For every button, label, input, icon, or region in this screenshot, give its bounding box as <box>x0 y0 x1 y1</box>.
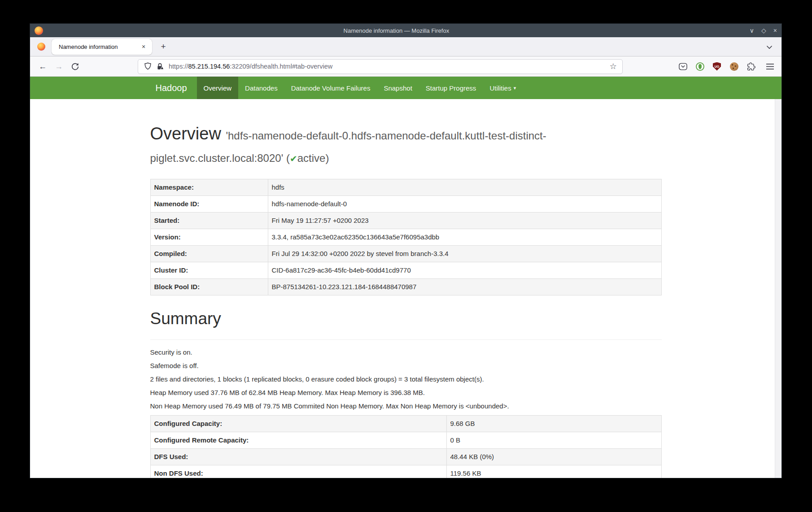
firefox-view-button[interactable] <box>35 40 48 53</box>
pocket-button[interactable] <box>677 60 689 73</box>
chevron-down-icon <box>766 45 773 49</box>
table-row: Configured Capacity:9.68 GB <box>150 416 661 432</box>
extension-green-button[interactable] <box>694 60 706 73</box>
row-value: hdfs <box>268 179 661 196</box>
row-label: Configured Remote Capacity: <box>150 432 446 449</box>
active-check-icon: ✔ <box>290 154 297 164</box>
row-value: Fri Jul 29 14:32:00 +0200 2022 by stevel… <box>268 246 661 262</box>
nav-tab-datanodes[interactable]: Datanodes <box>238 77 284 99</box>
row-value: CID-6a817c29-ac36-45fc-b4eb-60dd41cd9770 <box>268 262 661 279</box>
table-row: Block Pool ID:BP-875134261-10.223.121.18… <box>150 279 661 295</box>
new-tab-button[interactable]: + <box>157 40 170 53</box>
row-value: hdfs-namenode-default-0 <box>268 196 661 213</box>
ublock-shield-icon: UO <box>713 62 721 71</box>
url-bar[interactable]: https://85.215.194.56:32209/dfshealth.ht… <box>138 59 623 74</box>
nav-tab-overview[interactable]: Overview <box>197 77 239 99</box>
row-value: 0 B <box>446 432 661 449</box>
row-value: 3.3.4, ra585a73c3e02ac62350c136643a5e7f6… <box>268 229 661 246</box>
summary-line: Safemode is off. <box>150 361 662 370</box>
extensions-button[interactable] <box>745 60 757 73</box>
pocket-icon <box>679 63 687 70</box>
tab-strip: Namenode information × + <box>30 37 781 56</box>
row-label: DFS Used: <box>150 449 446 465</box>
nav-tab-snapshot[interactable]: Snapshot <box>377 77 419 99</box>
caret-down-icon: ▾ <box>514 85 516 91</box>
summary-text: Security is on. Safemode is off. 2 files… <box>150 348 662 411</box>
row-label: Block Pool ID: <box>150 279 268 295</box>
overview-title: Overview <box>150 124 221 143</box>
nav-dropdown-utilities[interactable]: Utilities ▾ <box>483 77 523 99</box>
row-value: 119.56 KB <box>446 465 661 478</box>
row-label: Namenode ID: <box>150 196 268 213</box>
puzzle-piece-icon <box>747 62 755 71</box>
row-value: 48.44 KB (0%) <box>446 449 661 465</box>
table-row: DFS Used:48.44 KB (0%) <box>150 449 661 465</box>
url-text: https://85.215.194.56:32209/dfshealth.ht… <box>169 63 608 70</box>
row-value: BP-875134261-10.223.121.184-168448847098… <box>268 279 661 295</box>
table-row: Namenode ID:hdfs-namenode-default-0 <box>150 196 661 213</box>
summary-line: Non Heap Memory used 76.49 MB of 79.75 M… <box>150 402 662 411</box>
row-label: Configured Capacity: <box>150 416 446 432</box>
url-path: :32209/dfshealth.html#tab-overview <box>230 63 332 70</box>
table-row: Non DFS Used:119.56 KB <box>150 465 661 478</box>
hamburger-menu-icon <box>766 64 774 69</box>
list-all-tabs-button[interactable] <box>763 40 776 54</box>
status-close: ) <box>325 152 329 164</box>
status-open: ( <box>286 152 290 164</box>
minimize-button[interactable]: ∨ <box>750 27 754 34</box>
divider <box>150 339 662 340</box>
firefox-logo-icon <box>35 26 43 35</box>
row-label: Version: <box>150 229 268 246</box>
overview-heading: Overview 'hdfs-namenode-default-0.hdfs-n… <box>150 122 662 167</box>
ublock-origin-button[interactable]: UO <box>711 60 723 73</box>
cookie-icon <box>730 62 738 71</box>
back-button[interactable]: ← <box>35 59 50 74</box>
capacity-table: Configured Capacity:9.68 GB Configured R… <box>150 415 662 478</box>
tab-namenode-information[interactable]: Namenode information × <box>52 39 152 55</box>
page-content: Overview 'hdfs-namenode-default-0.hdfs-n… <box>30 99 781 478</box>
utilities-label: Utilities <box>489 84 511 92</box>
cookie-extension-button[interactable] <box>728 60 740 73</box>
green-extension-icon <box>696 62 704 71</box>
tab-close-icon[interactable]: × <box>139 42 148 52</box>
row-label: Namespace: <box>150 179 268 196</box>
menu-button[interactable] <box>764 60 776 73</box>
forward-button: → <box>52 59 66 74</box>
navigation-toolbar: ← → https://85.215.194.56:32209/df <box>30 56 781 77</box>
table-row: Configured Remote Capacity:0 B <box>150 432 661 449</box>
status-badge: active <box>297 152 326 164</box>
maximize-button[interactable]: ◇ <box>761 27 766 34</box>
summary-line: 2 files and directories, 1 blocks (1 rep… <box>150 375 662 384</box>
url-host: 85.215.194.56 <box>188 63 230 70</box>
row-label: Cluster ID: <box>150 262 268 279</box>
nav-tab-datanode-volume-failures[interactable]: Datanode Volume Failures <box>284 77 377 99</box>
tab-title: Namenode information <box>59 43 139 50</box>
row-label: Compiled: <box>150 246 268 262</box>
table-row: Cluster ID:CID-6a817c29-ac36-45fc-b4eb-6… <box>150 262 661 279</box>
namenode-info-table: Namespace:hdfs Namenode ID:hdfs-namenode… <box>150 179 662 295</box>
reload-button[interactable] <box>68 59 82 74</box>
url-scheme: https:// <box>169 63 188 70</box>
nav-tab-startup-progress[interactable]: Startup Progress <box>419 77 483 99</box>
titlebar: Namenode information — Mozilla Firefox ∨… <box>30 24 781 37</box>
bookmark-star-icon[interactable]: ☆ <box>608 61 619 71</box>
table-row: Started:Fri May 19 11:27:57 +0200 2023 <box>150 213 661 229</box>
summary-heading: Summary <box>150 308 662 330</box>
row-value: 9.68 GB <box>446 416 661 432</box>
window-title: Namenode information — Mozilla Firefox <box>43 27 750 34</box>
row-label: Started: <box>150 213 268 229</box>
tracking-protection-shield-icon[interactable] <box>144 62 152 70</box>
scrollbar[interactable] <box>775 99 781 478</box>
summary-line: Security is on. <box>150 348 662 357</box>
table-row: Namespace:hdfs <box>150 179 661 196</box>
close-window-button[interactable]: × <box>773 27 777 34</box>
insecure-lock-warning-icon[interactable] <box>156 63 164 70</box>
hadoop-brand[interactable]: Hadoop <box>150 77 193 99</box>
table-row: Version:3.3.4, ra585a73c3e02ac62350c1366… <box>150 229 661 246</box>
reload-icon <box>71 63 79 70</box>
hadoop-navbar: Hadoop Overview Datanodes Datanode Volum… <box>30 77 781 99</box>
row-label: Non DFS Used: <box>150 465 446 478</box>
table-row: Compiled:Fri Jul 29 14:32:00 +0200 2022 … <box>150 246 661 262</box>
browser-window: Namenode information — Mozilla Firefox ∨… <box>30 23 782 478</box>
summary-line: Heap Memory used 37.76 MB of 62.84 MB He… <box>150 388 662 397</box>
